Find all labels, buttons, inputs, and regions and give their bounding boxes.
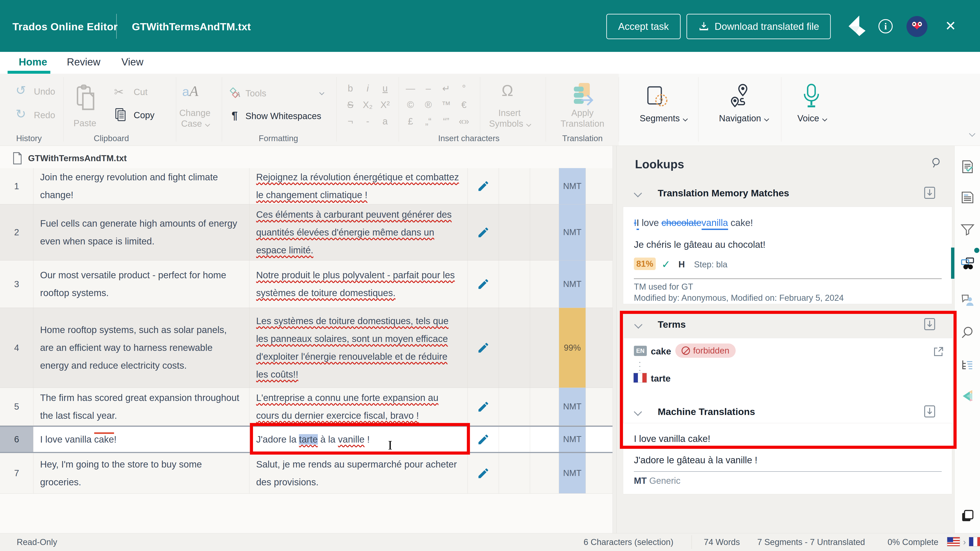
segments-icon[interactable]: ? <box>646 84 669 109</box>
tools-icon[interactable]: A <box>230 87 242 99</box>
char-button[interactable]: u <box>377 83 393 94</box>
segment-target[interactable]: Ces éléments à carburant peuvent générer… <box>250 204 468 260</box>
char-button[interactable]: – <box>420 83 436 94</box>
duplicate-icon[interactable] <box>960 509 975 523</box>
segment-target[interactable]: Salut, je me rends au supermarché pour a… <box>250 453 468 493</box>
segment-lock-cell[interactable] <box>530 168 559 204</box>
segment-row[interactable]: 4 Home rooftop systems, such as solar pa… <box>0 308 613 388</box>
tm-apply-icon[interactable] <box>924 186 935 199</box>
segment-status-draft-icon[interactable] <box>468 260 499 308</box>
char-button[interactable]: X₂ <box>360 100 375 110</box>
segment-target[interactable]: L'entreprise a connu une forte expansion… <box>250 388 468 426</box>
filter-icon[interactable] <box>960 222 975 237</box>
segment-status-draft-icon[interactable] <box>468 308 499 387</box>
segment-row[interactable]: 2 Fuel cells can generate high amounts o… <box>0 204 613 260</box>
change-case-icon[interactable]: aA <box>182 83 199 100</box>
char-button[interactable]: b <box>342 83 358 94</box>
editor-scrollbar[interactable] <box>612 146 617 533</box>
search-icon[interactable] <box>960 325 975 340</box>
tm-section-header[interactable]: Translation Memory Matches <box>617 188 955 203</box>
apply-translation-icon[interactable] <box>570 82 595 108</box>
segment-target[interactable]: Notre produit le plus polyvalent - parfa… <box>250 260 468 308</box>
char-button[interactable]: «» <box>456 116 472 127</box>
segment-source[interactable]: Home rooftop systems, such as solar pane… <box>33 308 250 387</box>
segment-comment-cell[interactable] <box>499 453 530 493</box>
document-structure-icon[interactable] <box>960 359 975 373</box>
copy-icon[interactable] <box>114 108 127 122</box>
segment-lock-cell[interactable] <box>530 427 559 452</box>
segment-comment-cell[interactable] <box>499 308 530 387</box>
tm-match-card[interactable]: II love chocolatevanilla cake! Je chéris… <box>623 206 952 304</box>
segment-target[interactable]: Rejoignez la révolution énergétique et c… <box>250 168 468 204</box>
trados-bird-icon[interactable] <box>846 13 867 39</box>
change-case-button[interactable]: Change Case <box>176 108 214 129</box>
tab-view[interactable]: View <box>121 56 143 68</box>
segment-lock-cell[interactable] <box>530 388 559 426</box>
segment-source[interactable]: Our most versatile product - perfect for… <box>33 260 250 308</box>
segment-lock-cell[interactable] <box>530 308 559 387</box>
segment-status-draft-icon[interactable] <box>468 388 499 426</box>
segment-row[interactable]: 1 Join the energy revolution and fight c… <box>0 168 613 204</box>
apply-translation-button[interactable]: Apply Translation <box>552 108 612 129</box>
comments-icon[interactable] <box>960 293 975 307</box>
char-button[interactable]: - <box>360 116 375 127</box>
undo-icon[interactable]: ↺ <box>16 83 26 97</box>
segment-status-draft-icon[interactable] <box>468 427 499 452</box>
char-button[interactable]: ↵ <box>438 83 454 94</box>
lookups-binoculars-icon[interactable] <box>960 256 975 270</box>
show-whitespaces-button[interactable]: Show Whitespaces <box>245 111 321 121</box>
char-button[interactable]: „“ <box>420 116 436 127</box>
segment-source[interactable]: Hey, I'm going to the store to buy some … <box>33 453 250 493</box>
undo-button[interactable]: Undo <box>34 87 55 97</box>
lookups-search-icon[interactable] <box>931 157 942 168</box>
segment-target[interactable]: Les systèmes de toiture domestiques, tel… <box>250 308 468 387</box>
segment-comment-cell[interactable] <box>499 168 530 204</box>
char-button[interactable]: “” <box>438 116 454 127</box>
insert-symbols-icon[interactable]: Ω <box>501 82 513 100</box>
tm-collapse-icon[interactable] <box>634 189 642 197</box>
segment-comment-cell[interactable] <box>499 388 530 426</box>
char-button[interactable]: a <box>377 116 393 127</box>
reviewed-document-icon[interactable] <box>960 160 975 174</box>
char-button[interactable]: ® <box>420 100 436 110</box>
voice-button[interactable]: Voice <box>797 113 826 123</box>
char-button[interactable]: S <box>342 100 358 110</box>
segment-source[interactable]: Join the energy revolution and fight cli… <box>33 168 250 204</box>
copy-button[interactable]: Copy <box>134 110 154 120</box>
cut-button[interactable]: Cut <box>134 87 148 97</box>
segment-comment-cell[interactable] <box>499 427 530 452</box>
segment-lock-cell[interactable] <box>530 204 559 260</box>
char-button[interactable]: € <box>456 100 472 110</box>
show-whitespaces-icon[interactable]: ¶ <box>232 109 238 122</box>
segment-source[interactable]: Fuel cells can generate high amounts of … <box>33 204 250 260</box>
tab-home[interactable]: Home <box>19 56 47 68</box>
segment-comment-cell[interactable] <box>499 204 530 260</box>
info-icon[interactable]: i <box>878 19 893 33</box>
char-button[interactable]: ™ <box>438 100 454 110</box>
segment-status-draft-icon[interactable] <box>468 204 499 260</box>
download-translated-file-button[interactable]: Download translated file <box>686 14 831 39</box>
segment-lock-cell[interactable] <box>530 260 559 308</box>
segments-button[interactable]: Segments <box>640 113 686 123</box>
char-button[interactable]: — <box>403 83 418 94</box>
segment-status-draft-icon[interactable] <box>468 168 499 204</box>
segment-source[interactable]: I love vanilla cake! <box>33 427 250 452</box>
insert-symbols-button[interactable]: Insert Symbols <box>484 108 535 129</box>
char-button[interactable]: i <box>360 83 375 94</box>
paste-icon[interactable] <box>76 84 98 116</box>
segment-lock-cell[interactable] <box>530 453 559 493</box>
char-button[interactable]: © <box>403 100 418 110</box>
tools-button[interactable]: Tools <box>245 88 266 98</box>
redo-button[interactable]: Redo <box>34 110 55 120</box>
segment-row[interactable]: 3 Our most versatile product - perfect f… <box>0 260 613 308</box>
char-button[interactable]: X² <box>377 100 393 110</box>
char-button[interactable]: £ <box>403 116 418 127</box>
char-button[interactable]: ¬ <box>342 116 358 127</box>
language-weaver-icon[interactable] <box>960 389 975 403</box>
close-icon[interactable]: ✕ <box>943 19 958 33</box>
cut-icon[interactable]: ✂ <box>114 85 124 98</box>
navigation-button[interactable]: Navigation <box>719 113 768 123</box>
char-button[interactable]: ° <box>456 83 472 94</box>
segment-row[interactable]: 7 Hey, I'm going to the store to buy som… <box>0 453 613 494</box>
redo-icon[interactable]: ↻ <box>16 106 26 121</box>
